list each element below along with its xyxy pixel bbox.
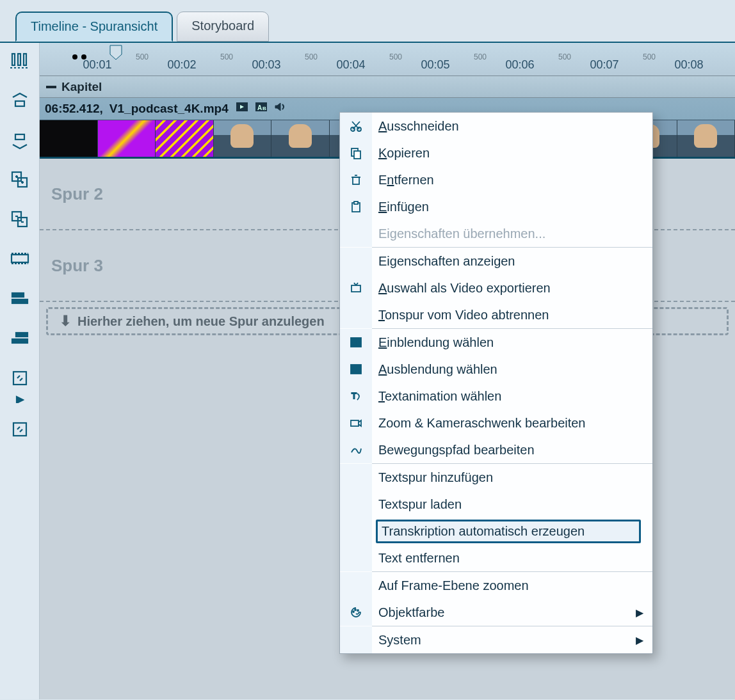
menu-detach-audio[interactable]: Tonspur vom Video abtrennen [340, 301, 652, 328]
menu-fade-in[interactable]: AB Einblendung wählen [340, 329, 652, 356]
ruler-label: 00:08 [674, 58, 703, 72]
svg-rect-16 [12, 255, 28, 262]
path-icon [340, 436, 372, 463]
menu-text-animation[interactable]: T Textanimation wählen [340, 383, 652, 410]
tab-bar: Timeline - Spuransicht Storyboard [0, 0, 735, 42]
ruler-label: 00:06 [505, 58, 534, 72]
menu-label: usschneiden [387, 119, 458, 133]
chevron-right-icon: ▶ [636, 634, 643, 646]
svg-text:T: T [351, 391, 357, 401]
tool-crop-in-icon[interactable] [6, 364, 34, 392]
menu-label: Auf Frame-Ebene zoomen [372, 578, 643, 593]
svg-rect-20 [12, 299, 28, 303]
tool-sidebar [0, 43, 40, 699]
menu-export-selection[interactable]: Auswahl als Video exportieren [340, 274, 652, 301]
menu-label: uswahl als Video exportieren [387, 281, 550, 295]
menu-label: extanimation wählen [385, 389, 501, 403]
tool-zoom-out-icon[interactable] [6, 126, 34, 154]
menu-label: Eigenschaften übernehmen... [372, 227, 643, 241]
menu-motion-path[interactable]: Bewegungspfad bearbeiten [340, 436, 652, 463]
svg-text:B: B [357, 341, 360, 346]
clip-time: 06:52.412, [45, 102, 103, 116]
tool-align-right-icon[interactable] [6, 324, 34, 353]
menu-auto-transcribe[interactable]: Transkription automatisch erzeugen [340, 518, 652, 545]
tool-align-left-icon[interactable] [6, 285, 34, 313]
menu-zoom-pan[interactable]: Zoom & Kameraschwenk bearbeiten [340, 410, 652, 436]
paste-icon [340, 193, 372, 220]
context-menu: Ausschneiden Kopieren Entfernen Einfügen… [339, 112, 653, 654]
tool-remove-track-icon[interactable] [6, 205, 34, 234]
dropzone-label: Hierher ziehen, um neue Spur anzulegen [77, 314, 325, 329]
svg-rect-21 [16, 333, 28, 337]
svg-rect-4 [15, 101, 24, 106]
video-icon [235, 100, 249, 116]
svg-text:B: B [357, 367, 360, 373]
clip-filename: V1_podcast_4K.mp4 [109, 102, 229, 116]
menu-remove-text[interactable]: Text entfernen [340, 545, 652, 571]
menu-label: tfernen [394, 173, 433, 187]
tool-sliders-icon[interactable] [6, 47, 34, 75]
text-anim-icon: T [340, 383, 372, 410]
camera-icon [340, 410, 372, 436]
svg-rect-24 [13, 423, 26, 436]
tab-timeline[interactable]: Timeline - Spuransicht [15, 12, 173, 42]
menu-add-text-track[interactable]: Textspur hinzufügen [340, 464, 652, 491]
menu-zoom-frame[interactable]: Auf Frame-Ebene zoomen [340, 572, 652, 599]
menu-system[interactable]: System ▶ [340, 626, 652, 653]
collapse-icon[interactable] [46, 86, 56, 88]
tool-crop-out-icon[interactable] [6, 415, 34, 443]
menu-label: Eigenschaften anzeigen [372, 254, 643, 269]
chapter-bar[interactable]: Kapitel [40, 76, 735, 98]
ruler-sub: 500 [389, 52, 402, 61]
chapter-label: Kapitel [61, 80, 102, 94]
svg-rect-2 [24, 54, 26, 65]
menu-load-text-track[interactable]: Textspur laden [340, 491, 652, 518]
svg-text:A: A [257, 104, 262, 111]
menu-label: System [372, 633, 636, 648]
menu-label: Textspur laden [372, 497, 643, 512]
ruler-label: 00:05 [421, 58, 449, 72]
tab-storyboard[interactable]: Storyboard [177, 12, 269, 42]
svg-rect-0 [12, 54, 15, 65]
svg-text:B: B [262, 106, 266, 111]
ruler-sub: 500 [558, 52, 571, 61]
svg-text:A: A [352, 340, 356, 346]
tool-zoom-in-icon[interactable] [6, 86, 34, 115]
menu-label: inblendung wählen [387, 335, 494, 349]
menu-label: Bewegungspfad bearbeiten [372, 443, 643, 457]
ruler-sub: 500 [136, 52, 149, 61]
menu-object-color[interactable]: Objektfarbe ▶ [340, 599, 652, 626]
menu-fade-out[interactable]: AB Ausblendung wählen [340, 356, 652, 383]
menu-delete[interactable]: Entfernen [340, 166, 652, 193]
tool-add-track-icon[interactable] [6, 166, 34, 194]
thumbnail [677, 120, 736, 157]
svg-rect-54 [351, 420, 359, 426]
tool-filmstrip-icon[interactable] [6, 245, 34, 273]
chevron-right-icon: ▶ [636, 607, 643, 619]
time-ruler[interactable]: 00:01 500 00:02 500 00:03 500 00:04 500 … [40, 43, 735, 76]
cut-icon [340, 113, 372, 139]
menu-copy[interactable]: Kopieren [340, 139, 652, 166]
thumbnail [271, 120, 330, 157]
menu-paste[interactable]: Einfügen [340, 193, 652, 220]
svg-text:A: A [352, 368, 355, 372]
menu-label: usblendung wählen [387, 362, 497, 376]
svg-rect-23 [13, 372, 26, 385]
ruler-label: 00:03 [252, 58, 280, 72]
menu-label: opieren [387, 146, 430, 160]
svg-rect-1 [18, 54, 20, 65]
ruler-label: 00:01 [83, 58, 111, 72]
menu-label: onspur vom Video abtrennen [385, 308, 549, 322]
tool-play-tri-icon[interactable] [6, 395, 34, 404]
menu-show-props[interactable]: Eigenschaften anzeigen [340, 248, 652, 274]
menu-label: infügen [387, 200, 429, 214]
audio-icon [273, 100, 287, 116]
menu-cut[interactable]: Ausschneiden [340, 113, 652, 139]
svg-rect-5 [15, 134, 24, 139]
svg-point-56 [355, 609, 356, 610]
tv-icon [340, 274, 372, 301]
svg-rect-43 [354, 202, 358, 204]
ruler-sub: 500 [643, 52, 656, 61]
transition-icon: AB [254, 100, 268, 116]
svg-rect-22 [12, 339, 28, 343]
